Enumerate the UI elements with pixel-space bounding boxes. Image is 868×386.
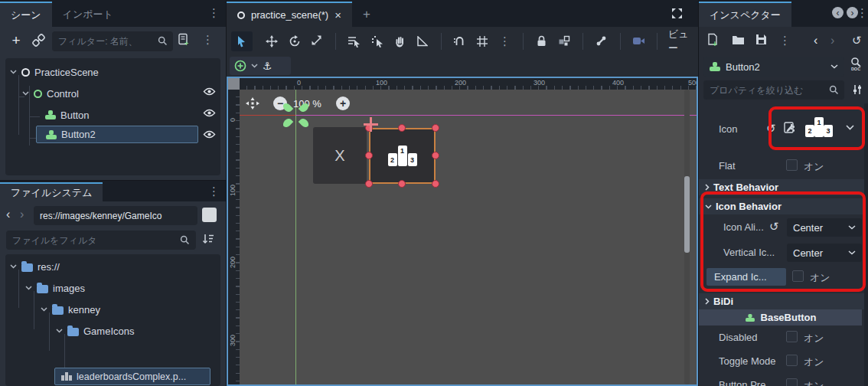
tab-inspector[interactable]: インスペクター (699, 2, 791, 27)
resize-handle[interactable] (398, 124, 406, 132)
scene-filter-field[interactable] (52, 31, 173, 51)
add-node-icon[interactable]: + (8, 31, 24, 50)
resize-handle[interactable] (398, 180, 406, 188)
expand-icon-checkbox[interactable] (792, 270, 804, 282)
property-filter-input[interactable] (703, 80, 844, 100)
fs-row-gameicons[interactable]: GameIcons (56, 322, 217, 340)
history-forward-icon[interactable]: › (830, 34, 834, 47)
canvas-vscrollbar[interactable] (684, 90, 690, 384)
skeleton-bone-icon[interactable] (591, 31, 612, 51)
history-back-icon[interactable]: ‹ (6, 208, 10, 221)
new-scene-tab-button[interactable]: + (352, 2, 381, 27)
inspector-menu-icon[interactable]: ⋮ (857, 7, 868, 18)
fs-row-res[interactable]: res:// (10, 257, 217, 276)
property-filter-field[interactable] (703, 80, 844, 100)
toggle-split-mode-button[interactable] (202, 208, 217, 222)
fs-row-images[interactable]: images (25, 279, 217, 297)
flat-checkbox[interactable] (786, 159, 798, 171)
new-resource-icon[interactable]: + (706, 33, 720, 47)
close-icon[interactable]: × (334, 8, 341, 21)
insert-key-icon[interactable] (234, 60, 246, 72)
chevron-down-icon[interactable] (251, 64, 258, 68)
chevron-down-icon[interactable] (22, 91, 29, 96)
tab-filesystem[interactable]: ファイルシステム (0, 182, 103, 201)
filesystem-menu-icon[interactable]: ⋮ (208, 185, 220, 197)
pan-tool-button[interactable] (389, 31, 410, 51)
scale-tool-button[interactable] (307, 31, 328, 51)
move-tool-button[interactable] (262, 31, 283, 51)
edit-history-icon[interactable]: ↺ (852, 34, 862, 47)
history-forward-icon[interactable]: › (20, 208, 24, 221)
resize-handle[interactable] (432, 180, 439, 188)
scene-button2-selected[interactable]: 1 2 3 (369, 128, 436, 184)
node-selector[interactable]: Button2 (703, 57, 844, 77)
smart-snap-magnet-icon[interactable] (449, 31, 470, 51)
inspector-tools-menu-icon[interactable]: ⋮ (779, 34, 791, 46)
pick-pixel-select-tool-button[interactable] (367, 31, 388, 51)
toggle-mode-checkbox[interactable] (786, 355, 798, 366)
resize-handle[interactable] (432, 152, 439, 159)
file-filter-field[interactable] (6, 231, 196, 250)
lock-icon[interactable] (531, 31, 553, 51)
edit-texture-icon[interactable] (783, 121, 796, 134)
category-basebutton[interactable]: BaseButton (699, 309, 862, 325)
visibility-eye-icon[interactable] (203, 87, 216, 96)
expand-icon-label-highlight[interactable]: Expand Ic... (706, 268, 786, 286)
icon-alignment-dropdown[interactable]: Center (787, 218, 862, 237)
scene-button-x[interactable]: X (313, 127, 367, 184)
visibility-eye-icon[interactable] (203, 129, 216, 139)
load-resource-folder-icon[interactable] (732, 34, 745, 44)
anchor-preset-icon[interactable]: ⚓ (263, 60, 272, 72)
resize-handle[interactable] (365, 152, 373, 159)
view-menu-button[interactable]: ビュー (668, 28, 698, 55)
tab-practice-scene[interactable]: practice_scene(*) × (227, 2, 352, 27)
current-path-field[interactable]: res://images/kenney/GameIco (34, 206, 197, 225)
grid-snap-icon[interactable] (472, 31, 493, 51)
rotate-tool-button[interactable] (284, 31, 305, 51)
section-text-behavior[interactable]: Text Behavior (699, 179, 865, 195)
zoom-in-button[interactable]: + (336, 96, 350, 110)
fs-row-kenney[interactable]: kenney (41, 300, 217, 319)
button-pressed-checkbox[interactable] (786, 378, 798, 386)
file-filter-input[interactable] (6, 231, 196, 250)
chevron-down-icon[interactable] (10, 264, 17, 269)
section-icon-behavior[interactable]: Icon Behavior (699, 198, 865, 214)
chevron-down-icon[interactable] (846, 125, 854, 130)
snap-options-menu-icon[interactable]: ⋮ (494, 31, 516, 51)
chevron-down-icon[interactable] (56, 329, 63, 333)
canvas[interactable]: − 100 % + X 1 2 3 (240, 90, 697, 384)
save-icon[interactable] (755, 34, 767, 45)
history-back-icon[interactable]: ‹ (814, 34, 817, 47)
visibility-eye-icon[interactable] (203, 108, 216, 118)
resize-handle[interactable] (432, 124, 439, 132)
instance-scene-link-icon[interactable] (32, 34, 45, 47)
scene-filter-input[interactable] (52, 31, 173, 51)
list-select-tool-button[interactable] (344, 31, 365, 51)
resize-handle[interactable] (365, 180, 373, 188)
ruler-tool-button[interactable] (412, 31, 433, 51)
sort-files-icon[interactable] (202, 233, 214, 245)
tab-scene[interactable]: シーン (0, 2, 52, 27)
group-icon[interactable] (554, 31, 576, 51)
vertical-icon-alignment-dropdown[interactable]: Center (787, 244, 862, 262)
revert-icon[interactable]: ↺ (766, 122, 776, 136)
tree-row-control[interactable]: Control (22, 84, 217, 103)
icon-texture-preview[interactable]: 1 2 3 (805, 117, 833, 137)
tab-import[interactable]: インポート (52, 2, 124, 27)
tree-row-practicescene[interactable]: PracticeScene (10, 63, 217, 81)
expand-fullscreen-icon[interactable] (671, 8, 683, 19)
disabled-checkbox[interactable] (786, 331, 798, 342)
tree-row-button2-selected[interactable]: Button2 (36, 126, 198, 143)
extra-resource-options-icon[interactable] (852, 84, 863, 95)
canvas-vscrollbar-thumb[interactable] (684, 176, 690, 253)
open-docs-icon[interactable]: DOC (850, 57, 861, 72)
section-bidi[interactable]: BiDi (699, 293, 865, 309)
scene-toolbar-menu-icon[interactable]: ⋮ (202, 34, 214, 45)
attach-script-icon[interactable]: + (177, 33, 191, 47)
tree-row-button[interactable]: Button (45, 106, 198, 124)
inspector-vscrollbar[interactable] (864, 103, 868, 386)
select-tool-button[interactable] (231, 31, 253, 51)
prev-object-icon[interactable]: ‹ (832, 7, 844, 18)
chevron-down-icon[interactable] (10, 70, 17, 74)
scene-dock-menu-icon[interactable]: ⋮ (208, 7, 220, 18)
